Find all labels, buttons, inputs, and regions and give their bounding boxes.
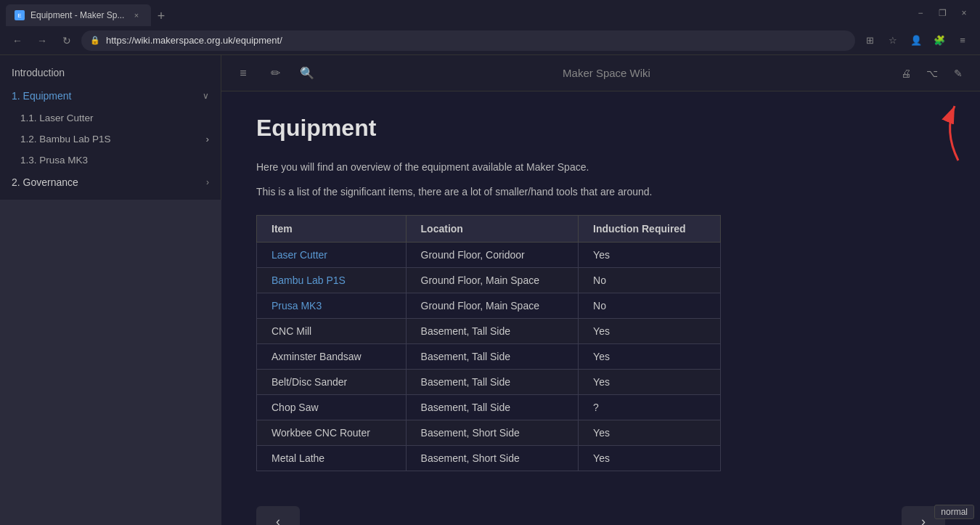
back-button[interactable]: ← [7,30,28,51]
table-row: Belt/Disc SanderBasement, Tall SideYes [257,369,721,394]
page-title: Equipment [256,115,945,142]
table-cell-induction: ? [579,394,721,420]
address-bar[interactable]: 🔒 https://wiki.makerspace.org.uk/equipme… [81,30,855,51]
prev-page-button[interactable]: ‹ [256,506,300,525]
table-cell-induction: Yes [579,420,721,445]
sidebar-container: Introduction 1. Equipment ∨ 1.1. Laser C… [0,55,221,525]
tab-bar: E Equipment - Maker Sp... × + [6,0,171,26]
next-arrow-icon: › [921,514,926,525]
wiki-edit-icon[interactable]: ✏ [265,63,285,84]
introduction-label: Introduction [12,67,65,78]
bambu-lab-label: 1.2. Bambu Lab P1S [20,134,111,145]
intro-text-line1: Here you will find an overview of the eq… [256,159,945,175]
laser-cutter-label: 1.1. Laser Cutter [20,113,94,123]
table-cell-item: Axminster Bandsaw [257,343,407,369]
bambu-lab-chevron-icon: › [206,134,210,145]
bookmark-star-icon[interactable]: ☆ [883,30,903,51]
table-cell-induction: No [579,267,721,293]
table-cell-location: Basement, Tall Side [406,394,579,420]
table-row: Workbee CNC RouterBasement, Short SideYe… [257,420,721,445]
url-text: https://wiki.makerspace.org.uk/equipment… [106,35,846,46]
table-cell-induction: No [579,293,721,318]
tab-favicon: E [15,10,25,20]
table-header-induction: Induction Required [579,215,721,242]
wiki-github-icon[interactable]: ⌥ [922,63,942,84]
sidebar-item-introduction[interactable]: Introduction [0,61,221,84]
table-cell-location: Basement, Short Side [406,420,579,445]
content-area: Equipment Here you will find an overview… [221,91,980,495]
sidebar-item-laser-cutter[interactable]: 1.1. Laser Cutter [0,107,221,129]
table-cell-location: Basement, Tall Side [406,369,579,394]
table-header-item: Item [257,215,407,242]
table-row: Laser CutterGround Floor, CoridoorYes [257,242,721,267]
tab-title: Equipment - Maker Sp... [30,10,125,20]
table-cell-induction: Yes [579,343,721,369]
wiki-header: ≡ ✏ 🔍 Maker Space Wiki 🖨 ⌥ ✎ [221,55,980,91]
table-cell-location: Basement, Short Side [406,445,579,471]
table-cell-item[interactable]: Prusa MK3 [257,293,407,318]
browser-toolbar: ← → ↻ 🔒 https://wiki.makerspace.org.uk/e… [0,26,980,55]
main-content-wrapper: ≡ ✏ 🔍 Maker Space Wiki 🖨 ⌥ ✎ [221,55,980,525]
table-cell-item: Belt/Disc Sander [257,369,407,394]
table-cell-item[interactable]: Laser Cutter [257,242,407,267]
table-cell-location: Ground Floor, Main Space [406,293,579,318]
wiki-menu-icon[interactable]: ≡ [233,63,253,84]
sidebar-item-bambu-lab[interactable]: 1.2. Bambu Lab P1S › [0,129,221,150]
wiki-search-icon[interactable]: 🔍 [297,63,317,84]
window-close-button[interactable]: × [954,3,974,23]
sidebar: Introduction 1. Equipment ∨ 1.1. Laser C… [0,55,221,200]
new-tab-button[interactable]: + [151,6,171,26]
equipment-chevron-icon: ∨ [203,91,209,101]
table-cell-induction: Yes [579,445,721,471]
governance-chevron-icon: › [206,177,209,187]
table-cell-induction: Yes [579,369,721,394]
status-badge: normal [934,505,974,519]
table-cell-location: Basement, Tall Side [406,343,579,369]
sidebar-item-prusa-mk3[interactable]: 1.3. Prusa MK3 [0,150,221,171]
wiki-print-icon[interactable]: 🖨 [896,63,916,84]
prusa-mk3-label: 1.3. Prusa MK3 [20,155,88,166]
tile-button[interactable]: ❐ [932,3,952,23]
tab-close-button[interactable]: × [131,9,142,21]
table-cell-item[interactable]: Bambu Lab P1S [257,267,407,293]
sidebar-equipment-label: 1. Equipment [12,90,72,102]
wiki-edit2-icon[interactable]: ✎ [948,63,968,84]
forward-button[interactable]: → [32,30,52,51]
table-row: Metal LatheBasement, Short SideYes [257,445,721,471]
table-cell-location: Basement, Tall Side [406,318,579,343]
table-cell-item: Workbee CNC Router [257,420,407,445]
intro-text-line2: This is a list of the significant items,… [256,184,945,200]
window-controls: E Equipment - Maker Sp... × + [6,0,171,26]
table-cell-location: Ground Floor, Coridoor [406,242,579,267]
lock-icon: 🔒 [90,36,100,45]
table-cell-location: Ground Floor, Main Space [406,267,579,293]
sidebar-nav: Introduction 1. Equipment ∨ 1.1. Laser C… [0,55,221,200]
wiki-site-title: Maker Space Wiki [329,67,884,79]
table-cell-induction: Yes [579,242,721,267]
sidebar-item-equipment[interactable]: 1. Equipment ∨ [0,84,221,107]
sidebar-item-governance[interactable]: 2. Governance › [0,171,221,194]
equipment-table: Item Location Induction Required Laser C… [256,215,721,471]
table-header-location: Location [406,215,579,242]
active-tab[interactable]: E Equipment - Maker Sp... × [6,4,151,26]
table-row: Chop SawBasement, Tall Side? [257,394,721,420]
table-row: Prusa MK3Ground Floor, Main SpaceNo [257,293,721,318]
governance-label: 2. Governance [12,176,78,188]
table-cell-item: CNC Mill [257,318,407,343]
browser-menu-icon[interactable]: ≡ [952,30,973,51]
extensions-icon[interactable]: 🧩 [929,30,950,51]
profile-icon[interactable]: 👤 [906,30,926,51]
reload-button[interactable]: ↻ [57,30,77,51]
titlebar: E Equipment - Maker Sp... × + − ❐ × [0,0,980,26]
table-cell-item: Metal Lathe [257,445,407,471]
window-action-buttons: − ❐ × [910,3,974,23]
sidebar-resize-handle[interactable] [219,55,221,525]
extensions-grid-icon[interactable]: ⊞ [859,30,880,51]
table-row: CNC MillBasement, Tall SideYes [257,318,721,343]
table-cell-induction: Yes [579,318,721,343]
prev-arrow-icon: ‹ [276,514,280,525]
bottom-navigation: ‹ › [221,495,980,525]
minimize-button[interactable]: − [910,3,931,23]
table-row: Axminster BandsawBasement, Tall SideYes [257,343,721,369]
main-content: Equipment Here you will find an overview… [221,91,980,525]
